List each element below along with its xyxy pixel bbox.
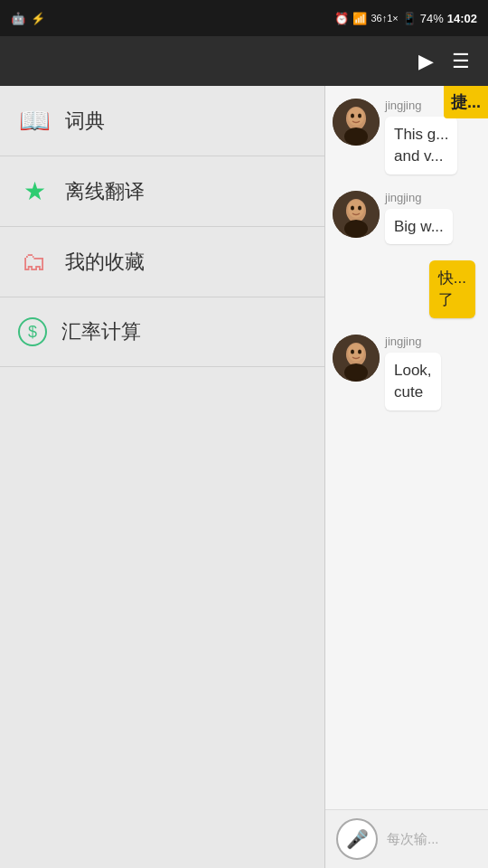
exchange-label: 汇率计算 — [61, 318, 141, 345]
signal-icon: 36↑1× — [371, 13, 398, 24]
input-hint[interactable]: 每次输... — [387, 831, 477, 848]
input-bar: 🎤 每次输... — [325, 809, 488, 868]
offline-translate-label: 离线翻译 — [65, 178, 145, 205]
status-bar: 🤖 ⚡ ⏰ 📶 36↑1× 📱 74% 14:02 — [0, 0, 488, 36]
message-content-2: jingjing Big w... — [385, 191, 453, 245]
alarm-icon: ⏰ — [334, 12, 349, 25]
chat-message-3: 快...了 — [333, 260, 481, 318]
usb-icon: ⚡ — [31, 12, 45, 25]
svg-point-9 — [351, 205, 354, 210]
avatar-jingjing-1 — [333, 99, 380, 146]
bubble-sent-1: 快...了 — [429, 260, 475, 318]
battery-level: 74% — [420, 12, 444, 25]
bubble-4: Look,cute — [385, 353, 441, 410]
svg-point-16 — [358, 349, 361, 354]
svg-point-5 — [344, 127, 368, 146]
main-area: 📖 词典 ★ 离线翻译 🗂 我的收藏 $ 汇率计算 捷... — [0, 86, 488, 868]
svg-point-4 — [358, 114, 361, 118]
status-left-icons: 🤖 ⚡ — [11, 12, 45, 25]
chat-body: jingjing This g...and v... — [325, 86, 488, 809]
avatar-jingjing-2 — [333, 191, 380, 238]
chat-message-2: jingjing Big w... — [333, 191, 481, 245]
svg-point-15 — [351, 349, 354, 354]
favorites-label: 我的收藏 — [65, 249, 145, 276]
dictionary-label: 词典 — [65, 108, 105, 135]
chat-badge: 捷... — [444, 86, 488, 118]
svg-point-17 — [344, 363, 368, 382]
message-content-4: jingjing Look,cute — [385, 335, 441, 410]
nav-bar: ▶ ☰ — [0, 36, 488, 86]
menu-icon[interactable]: ☰ — [452, 50, 470, 73]
sidebar-item-exchange[interactable]: $ 汇率计算 — [0, 297, 324, 367]
chat-message-4: jingjing Look,cute — [333, 335, 481, 410]
book-icon: 📖 — [18, 106, 51, 136]
sender-name-4: jingjing — [385, 335, 441, 348]
svg-point-10 — [358, 205, 361, 210]
sim-icon: 📱 — [402, 12, 417, 25]
wifi-icon: 📶 — [352, 12, 367, 25]
clock: 14:02 — [447, 12, 477, 25]
android-icon: 🤖 — [11, 12, 25, 25]
forward-icon[interactable]: ▶ — [418, 50, 434, 73]
sender-name-2: jingjing — [385, 191, 453, 204]
sidebar: 📖 词典 ★ 离线翻译 🗂 我的收藏 $ 汇率计算 — [0, 86, 325, 868]
status-right-info: ⏰ 📶 36↑1× 📱 74% 14:02 — [334, 12, 477, 25]
sidebar-item-dictionary[interactable]: 📖 词典 — [0, 86, 324, 156]
mic-icon: 🎤 — [346, 828, 369, 850]
sidebar-item-offline-translate[interactable]: ★ 离线翻译 — [0, 156, 324, 227]
folder-icon: 🗂 — [18, 247, 51, 277]
bubble-1: This g...and v... — [385, 117, 457, 175]
currency-icon: $ — [18, 317, 47, 346]
star-icon: ★ — [18, 176, 51, 206]
avatar-jingjing-3 — [333, 335, 380, 382]
svg-point-3 — [351, 114, 354, 118]
mic-button[interactable]: 🎤 — [336, 818, 378, 860]
svg-point-11 — [344, 220, 368, 238]
sidebar-item-favorites[interactable]: 🗂 我的收藏 — [0, 227, 324, 297]
bubble-2: Big w... — [385, 209, 453, 245]
chat-panel: 捷... jingjing — [325, 86, 488, 868]
